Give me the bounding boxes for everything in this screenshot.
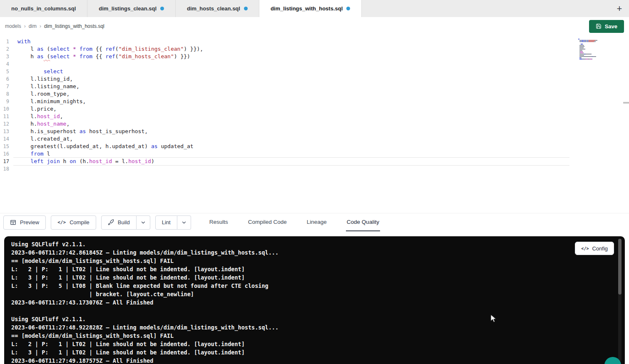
code-line-3[interactable]: 3 h as (select * from {{ ref("dim_hosts_…	[0, 53, 629, 60]
code-icon: </>	[57, 220, 66, 225]
editor-scrollbar-marker[interactable]	[623, 102, 629, 104]
line-number: 10	[0, 105, 13, 113]
tab-label: no_nulls_in_columns.sql	[11, 5, 76, 12]
editor-tab-dim-hosts-clean-sql[interactable]: dim_hosts_clean.sql	[176, 0, 259, 17]
line-number: 5	[0, 68, 13, 75]
code-line-7[interactable]: 7 l.listing_name,	[0, 83, 629, 90]
code-line-1[interactable]: 1with	[0, 38, 629, 45]
code-line-2[interactable]: 2 l as (select * from {{ ref("dim_listin…	[0, 45, 629, 53]
code-line-10[interactable]: 10 l.price,	[0, 105, 629, 113]
code-text: left join h on (h.host_id = l.host_id)	[13, 158, 569, 165]
code-line-5[interactable]: 5 select	[0, 68, 629, 75]
line-number: 16	[0, 150, 13, 158]
terminal-output-line: L: 3 | P: 1 | LT02 | Line should not be …	[11, 273, 612, 282]
code-text: greatest(l.updated_at, h.updated_at) as …	[13, 143, 569, 150]
build-button[interactable]: Build	[101, 215, 137, 230]
code-line-9[interactable]: 9 l.minimum_nights,	[0, 98, 629, 105]
terminal-output-line	[11, 307, 612, 315]
editor-tab-dim-listings-with-hosts-sql[interactable]: dim_listings_with_hosts.sql	[259, 0, 362, 17]
line-number: 11	[0, 113, 13, 120]
panel-tab-lineage[interactable]: Lineage	[306, 213, 328, 231]
code-line-4[interactable]: 4	[0, 60, 629, 68]
code-text: l.minimum_nights,	[13, 98, 569, 105]
editor-lines: 1with2 l as (select * from {{ ref("dim_l…	[0, 38, 629, 173]
lint-button-group: Lint	[155, 215, 191, 230]
breadcrumb-bar: models›dim›dim_listings_with_hosts.sql S…	[0, 17, 629, 35]
terminal-output-line: 2023-06-06T11:27:43.173076Z — All Finish…	[11, 298, 612, 307]
code-line-12[interactable]: 12 h.host_name,	[0, 120, 629, 128]
line-number: 6	[0, 75, 13, 83]
unsaved-changes-dot-icon	[346, 7, 350, 10]
build-dropdown-button[interactable]	[137, 215, 150, 230]
file-tab-bar: no_nulls_in_columns.sqldim_listings_clea…	[0, 0, 629, 17]
dbt-cloud-ide: { "tab_bar": { "tabs": [ { "label": "no_…	[0, 0, 629, 364]
lint-output-terminal: Using SQLFluff v2.1.1.2023-06-06T11:27:4…	[4, 236, 625, 364]
config-button[interactable]: </> Config	[575, 242, 614, 255]
panel-tab-code-quality[interactable]: Code Quality	[346, 213, 380, 231]
new-tab-button[interactable]: +	[610, 0, 629, 17]
code-text	[13, 165, 569, 173]
code-line-11[interactable]: 11 l.host_id,	[0, 113, 629, 120]
unsaved-changes-dot-icon	[244, 7, 248, 10]
terminal-output-line: Using SQLFluff v2.1.1.	[11, 315, 612, 323]
config-label: Config	[592, 245, 608, 252]
code-line-13[interactable]: 13 h.is_superhost as host_is_superhost,	[0, 128, 629, 135]
save-button[interactable]: Save	[589, 20, 624, 33]
code-line-6[interactable]: 6 l.listing_id,	[0, 75, 629, 83]
compile-label: Compile	[70, 219, 90, 225]
terminal-output-line: 2023-06-06T11:27:48.922828Z — Linting mo…	[11, 323, 612, 332]
preview-button[interactable]: Preview	[3, 215, 46, 230]
code-line-18[interactable]: 18	[0, 165, 629, 173]
line-number: 2	[0, 45, 13, 53]
code-text: l.room_type,	[13, 90, 569, 98]
line-number: 18	[0, 165, 13, 173]
tab-label: dim_listings_with_hosts.sql	[271, 5, 343, 12]
preview-label: Preview	[20, 219, 39, 225]
terminal-scrollbar	[618, 239, 622, 362]
editor-minimap[interactable]	[578, 39, 609, 61]
tab-label: dim_listings_clean.sql	[99, 5, 157, 12]
editor-tab-no-nulls-in-columns-sql[interactable]: no_nulls_in_columns.sql	[0, 0, 87, 17]
breadcrumb-item: models	[5, 23, 21, 29]
code-line-15[interactable]: 15 greatest(l.updated_at, h.updated_at) …	[0, 143, 629, 150]
terminal-output-line: L: 3 | P: 1 | LT02 | Line should not be …	[11, 348, 612, 357]
toolbar-buttons: Preview </> Compile Build	[3, 213, 191, 231]
line-number: 9	[0, 98, 13, 105]
rocket-icon	[108, 219, 114, 225]
terminal-output-line: L: 2 | P: 1 | LT02 | Line should not be …	[11, 265, 612, 273]
terminal-lines: Using SQLFluff v2.1.1.2023-06-06T11:27:4…	[11, 240, 612, 364]
code-line-16[interactable]: 16 from l	[0, 150, 629, 158]
panel-tab-results[interactable]: Results	[209, 213, 229, 231]
breadcrumb: models›dim›dim_listings_with_hosts.sql	[5, 23, 104, 29]
result-panel-tabs: ResultsCompiled CodeLineageCode Quality	[209, 213, 380, 231]
code-line-17[interactable]: 17 left join h on (h.host_id = l.host_id…	[0, 158, 629, 165]
code-text: l.created_at,	[13, 135, 569, 143]
terminal-output-line: == [models/dim/dim_listings_with_hosts.s…	[11, 257, 612, 265]
code-line-14[interactable]: 14 l.created_at,	[0, 135, 629, 143]
editor-tab-dim-listings-clean-sql[interactable]: dim_listings_clean.sql	[87, 0, 176, 17]
file-tabs: no_nulls_in_columns.sqldim_listings_clea…	[0, 0, 362, 17]
code-text	[13, 60, 569, 68]
line-number: 7	[0, 83, 13, 90]
terminal-output-line: == [models/dim/dim_listings_with_hosts.s…	[11, 332, 612, 340]
line-number: 14	[0, 135, 13, 143]
compile-button[interactable]: </> Compile	[51, 215, 96, 230]
terminal-output-line: 2023-06-06T11:27:42.861845Z — Linting mo…	[11, 248, 612, 257]
breadcrumb-separator: ›	[24, 23, 26, 29]
terminal-scrollbar-thumb[interactable]	[618, 239, 622, 295]
terminal-output-line: Using SQLFluff v2.1.1.	[11, 240, 612, 248]
save-icon	[596, 23, 602, 29]
code-line-8[interactable]: 8 l.room_type,	[0, 90, 629, 98]
breadcrumb-item: dim	[29, 23, 37, 29]
build-label: Build	[118, 219, 130, 225]
chevron-down-icon	[140, 220, 146, 225]
code-text: select	[13, 68, 569, 75]
tab-label: dim_hosts_clean.sql	[187, 5, 240, 12]
code-editor[interactable]: 1with2 l as (select * from {{ ref("dim_l…	[0, 35, 629, 213]
lint-button[interactable]: Lint	[155, 215, 177, 230]
terminal-output-line: L: 2 | P: 1 | LT02 | Line should not be …	[11, 340, 612, 348]
panel-tab-compiled-code[interactable]: Compiled Code	[247, 213, 288, 231]
code-text: l as (select * from {{ ref("dim_listings…	[13, 45, 569, 53]
unsaved-changes-dot-icon	[160, 7, 164, 10]
lint-dropdown-button[interactable]	[177, 215, 191, 230]
